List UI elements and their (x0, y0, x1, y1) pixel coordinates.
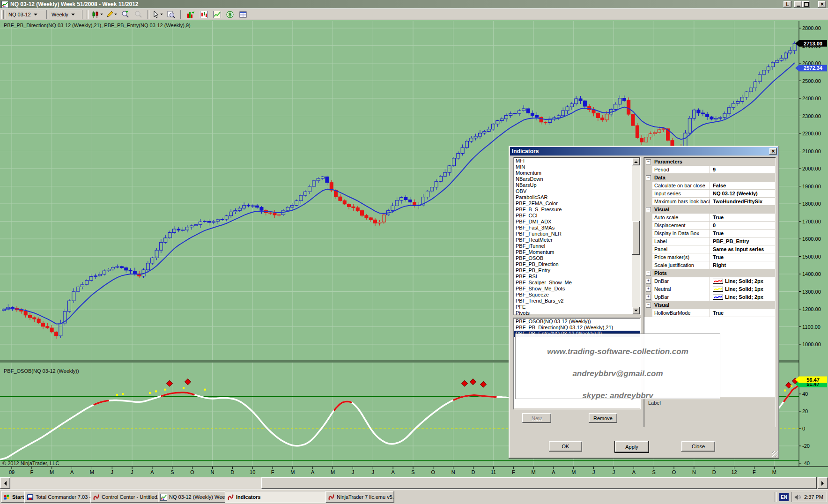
expand-icon[interactable]: − (644, 269, 652, 277)
line-chart-button[interactable] (211, 10, 223, 19)
configured-indicator-item[interactable]: PBF_OSOB(NQ 03-12 (Weekly)) (514, 319, 640, 325)
indicator-list-scrollbar[interactable] (632, 158, 640, 314)
property-value[interactable]: Right (710, 261, 775, 269)
expand-icon[interactable]: + (644, 285, 652, 293)
expand-icon[interactable]: − (644, 206, 652, 213)
window-titlebar[interactable]: NQ 03-12 (Weekly) Week 51/2008 - Week 11… (0, 0, 828, 8)
scrollbar-thumb[interactable] (261, 477, 817, 489)
zoom-in-button[interactable] (119, 10, 131, 19)
property-row[interactable]: Calculate on bar closeFalse (644, 182, 775, 190)
apply-button[interactable]: Apply (614, 441, 649, 453)
property-section-row[interactable]: −Data (644, 174, 775, 182)
property-row[interactable]: Displacement0 (644, 222, 775, 230)
indicator-list-item[interactable]: PBF_CCI (514, 213, 632, 219)
property-value[interactable]: Line; Solid; 2px (710, 277, 775, 285)
indicator-list-item[interactable]: PBF_2EMA_Color (514, 200, 632, 207)
scroll-down-button[interactable] (632, 307, 640, 314)
property-value[interactable]: False (710, 182, 775, 189)
data-grid-button[interactable] (237, 10, 249, 19)
drawing-tools-button[interactable] (105, 10, 118, 19)
indicator-list-item[interactable]: Momentum (514, 170, 632, 176)
dialog-titlebar[interactable]: Indicators × (510, 147, 778, 156)
expand-icon[interactable]: + (644, 277, 652, 285)
expand-icon[interactable]: − (644, 174, 652, 181)
indicator-list-item[interactable]: PBF_HeatMeter (514, 237, 632, 243)
indicator-list-item[interactable]: PBF_RSI (514, 274, 632, 280)
indicator-list-item[interactable]: Pivots (514, 310, 632, 315)
indicator-list-item[interactable]: PBF_Fast_3MAs (514, 225, 632, 231)
property-section-row[interactable]: −Parameters (644, 158, 775, 166)
property-value[interactable]: True (710, 230, 775, 237)
indicator-list-item[interactable]: NBarsUp (514, 182, 632, 188)
ok-button[interactable]: OK (549, 441, 582, 452)
close-dialog-button[interactable]: Close (681, 441, 715, 452)
property-row[interactable]: HollowBarModeTrue (644, 309, 775, 317)
property-row[interactable]: +UpBarLine; Solid; 2px (644, 293, 775, 301)
dialog-close-button[interactable]: × (769, 148, 777, 155)
expand-icon[interactable]: + (644, 293, 652, 301)
property-value[interactable]: NQ 03-12 (Weekly) (710, 190, 775, 197)
data-box-button[interactable] (165, 10, 177, 19)
property-value[interactable]: True (710, 214, 775, 221)
taskbar-button[interactable]: Control Center - Untitled1 (90, 491, 160, 503)
property-section-row[interactable]: −Plots (644, 269, 775, 277)
property-value[interactable]: True (710, 309, 775, 317)
indicator-list-item[interactable]: PFE (514, 304, 632, 310)
indicator-list[interactable]: MFIMINMomentumNBarsDownNBarsUpOBVParabol… (513, 157, 641, 315)
property-row[interactable]: Scale justificationRight (644, 261, 775, 269)
scroll-right-button[interactable] (818, 477, 828, 489)
close-button[interactable]: × (818, 1, 826, 7)
property-value[interactable]: Line; Solid; 2px (710, 293, 775, 301)
property-row[interactable]: Maximum bars look backTwoHundredFiftySix (644, 198, 775, 206)
property-row[interactable]: Display in Data BoxTrue (644, 230, 775, 237)
new-button[interactable]: New (522, 413, 551, 423)
property-row[interactable]: PanelSame as input series (644, 245, 775, 253)
property-value[interactable]: PBF_PB_Entry (710, 237, 775, 245)
property-value[interactable]: True (710, 253, 775, 261)
indicator-list-item[interactable]: PBF_Momentum (514, 249, 632, 255)
restore-button[interactable] (802, 1, 810, 7)
indicator-list-item[interactable]: NBarsDown (514, 176, 632, 182)
indicator-list-item[interactable]: PBF_Squeeze (514, 292, 632, 298)
taskbar-button[interactable]: Total Commander 7.03 - ... (24, 491, 93, 503)
indicator-list-item[interactable]: PBF_Scalper_Show_Me (514, 280, 632, 286)
property-row[interactable]: Auto scaleTrue (644, 214, 775, 222)
indicator-list-item[interactable]: PBF_PB_Direction (514, 261, 632, 267)
indicator-list-item[interactable]: PBF_DMI_ADX (514, 219, 632, 225)
indicator-list-item[interactable]: ParabolicSAR (514, 194, 632, 200)
account-button[interactable]: $ (224, 10, 236, 19)
property-row[interactable]: LabelPBF_PB_Entry (644, 237, 775, 245)
property-value[interactable]: TwoHundredFiftySix (710, 198, 775, 205)
property-section-row[interactable]: −Visual (644, 301, 775, 309)
property-value[interactable]: Line; Solid; 1px (710, 285, 775, 293)
taskbar-button[interactable]: NQ 03-12 (Weekly) Wee... (158, 491, 227, 503)
volume-icon[interactable] (794, 494, 801, 501)
property-row[interactable]: +NeutralLine; Solid; 1px (644, 285, 775, 293)
scroll-left-button[interactable] (0, 477, 10, 489)
taskbar-button[interactable]: NinjaTrader 7 lic.emu v5.06 (325, 491, 394, 503)
clock[interactable]: 2:37 PM (804, 494, 823, 500)
language-indicator[interactable]: EN (779, 493, 789, 501)
indicator-list-item[interactable]: MFI (514, 158, 632, 164)
start-button[interactable]: Start (1, 491, 27, 503)
indicator-list-item[interactable]: PBF_B_S_Pressure (514, 207, 632, 213)
taskbar-button[interactable]: Indicators (225, 491, 328, 503)
property-value[interactable]: Same as input series (710, 245, 775, 253)
property-value[interactable]: 0 (710, 222, 775, 229)
chart-hscrollbar[interactable] (0, 477, 828, 489)
indicator-list-item[interactable]: PBF_PB_Entry (514, 267, 632, 274)
remove-button[interactable]: Remove (589, 413, 617, 423)
lock-button[interactable]: L (784, 1, 791, 7)
indicator-list-item[interactable]: MIN (514, 164, 632, 170)
cursor-button[interactable] (152, 10, 164, 19)
instrument-combo[interactable]: NQ 03-12 (6, 10, 47, 19)
minimize-button[interactable] (794, 1, 802, 7)
expand-icon[interactable]: − (644, 301, 652, 309)
scroll-up-button[interactable] (632, 158, 640, 165)
property-section-row[interactable]: −Visual (644, 206, 775, 214)
indicator-list-item[interactable]: PBF_iTunnel (514, 243, 632, 249)
toolbar-grip[interactable] (1, 10, 4, 19)
indicator-list-item[interactable]: OBV (514, 188, 632, 194)
property-value[interactable]: 9 (710, 166, 775, 173)
market-analyzer-button[interactable] (185, 10, 197, 19)
